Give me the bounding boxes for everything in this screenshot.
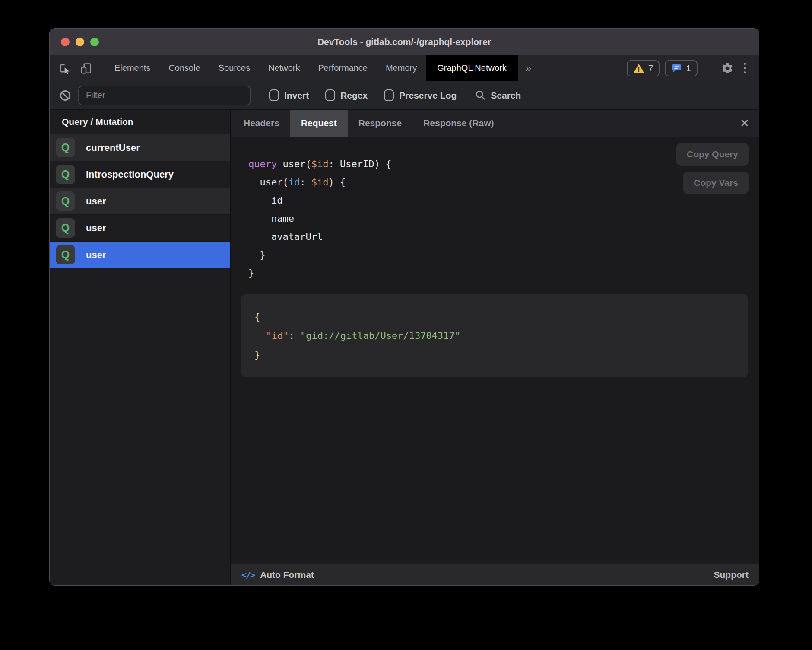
code-token: id [289,177,300,188]
close-window-button[interactable] [61,38,70,46]
invert-label: Invert [284,90,309,101]
tab-memory[interactable]: Memory [377,55,426,81]
query-list-item-introspectionquery[interactable]: Q IntrospectionQuery [50,161,230,188]
clear-block-icon[interactable] [59,89,71,102]
variables-box: { "id": "gid://gitlab/User/13704317" } [241,294,748,377]
tab-request[interactable]: Request [290,110,348,137]
query-list-item-user-2[interactable]: Q user [50,215,230,242]
query-list-panel: Query / Mutation Q currentUser Q Introsp… [50,110,231,585]
device-toolbar-icon[interactable] [79,61,93,75]
devtools-tab-bar: Elements Console Sources Network Perform… [50,55,759,81]
code-token: user( [277,159,311,169]
regex-checkbox[interactable]: Regex [325,89,368,101]
query-list-item-user-3-selected[interactable]: Q user [50,242,230,268]
json-value: "gid://gitlab/User/13704317" [300,330,460,341]
query-item-label: user [86,249,106,261]
tab-console[interactable]: Console [159,55,209,81]
devtools-window: DevTools - gitlab.com/-/graphql-explorer… [50,29,759,585]
query-item-label: IntrospectionQuery [86,169,174,180]
warnings-count: 7 [648,63,653,73]
tab-sources[interactable]: Sources [209,55,259,81]
code-token: avatarUrl [248,231,323,242]
auto-format-button[interactable]: Auto Format [260,570,314,580]
request-view: query user($id: UserID) { user(id: $id) … [231,137,759,564]
tab-graphql-network[interactable]: GraphQL Network [426,55,517,81]
query-type-badge: Q [56,218,75,238]
copy-vars-button[interactable]: Copy Vars [683,172,749,194]
filter-options: Invert Regex Preserve Log [269,89,457,101]
code-token: } [248,249,266,260]
graphql-query-code: query user($id: UserID) { user(id: $id) … [248,155,748,282]
tab-response-raw[interactable]: Response (Raw) [412,110,504,137]
query-list-header: Query / Mutation [50,110,230,134]
support-link[interactable]: Support [714,570,749,580]
title-bar[interactable]: DevTools - gitlab.com/-/graphql-explorer [50,29,759,55]
request-detail-panel: Headers Request Response Response (Raw) … [231,110,759,585]
json-token [254,330,266,341]
query-item-label: user [86,223,106,234]
tab-headers[interactable]: Headers [233,110,290,137]
issues-badge[interactable]: 1 [665,60,698,76]
close-detail-icon[interactable]: ✕ [740,118,749,129]
search-label: Search [491,90,521,101]
variables-json: { "id": "gid://gitlab/User/13704317" } [254,307,735,364]
more-options-icon[interactable] [739,63,750,73]
invert-checkbox-box[interactable] [269,89,279,101]
query-type-badge: Q [56,191,75,211]
message-bubble-icon [671,63,682,73]
settings-gear-icon[interactable] [720,61,734,75]
tab-performance[interactable]: Performance [309,55,377,81]
regex-label: Regex [340,90,368,101]
copy-buttons: Copy Query Copy Vars [676,143,749,194]
json-token: } [254,349,260,360]
issues-count: 1 [686,63,691,73]
filter-input[interactable] [78,86,251,105]
code-token: user( [248,177,289,188]
code-token: name [248,213,294,224]
json-key: "id" [266,330,289,341]
code-token: : [300,177,311,188]
more-tabs-chevron-icon[interactable]: » [518,62,539,74]
main-area: Query / Mutation Q currentUser Q Introsp… [50,110,759,585]
minimize-window-button[interactable] [76,38,84,46]
inspect-element-icon[interactable] [57,61,71,75]
query-type-badge: Q [56,165,75,184]
detail-tab-bar: Headers Request Response Response (Raw) … [231,110,759,137]
code-token: : UserID) { [328,159,391,169]
code-token: } [248,268,254,278]
json-token: { [254,311,260,322]
code-brackets-icon: </> [241,570,254,580]
preserve-log-label: Preserve Log [399,90,457,101]
zoom-window-button[interactable] [90,38,99,46]
code-token: ) { [328,177,346,188]
json-token: : [289,330,300,341]
tab-response[interactable]: Response [348,110,412,137]
search-control[interactable]: Search [475,89,521,101]
query-type-badge: Q [56,138,75,157]
controls-separator [709,62,709,75]
status-bar: </> Auto Format Support [231,564,759,585]
tab-bar-right-controls: 7 1 [627,60,759,76]
regex-checkbox-box[interactable] [325,89,335,101]
code-token: query [248,159,277,169]
traffic-lights [61,38,99,46]
query-item-label: user [86,196,106,207]
copy-query-button[interactable]: Copy Query [676,143,749,166]
preserve-log-checkbox[interactable]: Preserve Log [384,89,457,101]
query-item-label: currentUser [86,142,140,153]
toolbar-separator [99,62,99,75]
tab-network[interactable]: Network [259,55,309,81]
search-icon [475,89,486,101]
code-token: id [248,195,282,206]
filter-bar: Invert Regex Preserve Log Search [50,81,759,110]
query-type-badge: Q [56,245,75,264]
invert-checkbox[interactable]: Invert [269,89,309,101]
tab-elements[interactable]: Elements [105,55,159,81]
warnings-badge[interactable]: 7 [627,60,660,76]
warning-icon [633,63,644,73]
window-title: DevTools - gitlab.com/-/graphql-explorer [50,37,759,47]
query-list-item-currentuser[interactable]: Q currentUser [50,134,230,161]
preserve-log-checkbox-box[interactable] [384,89,394,101]
code-token: $id [311,177,329,188]
query-list-item-user-1[interactable]: Q user [50,188,230,215]
